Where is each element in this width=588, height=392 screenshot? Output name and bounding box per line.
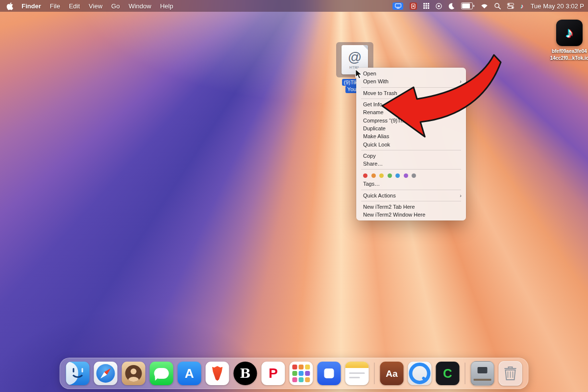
status-circle-icon[interactable] — [436, 3, 442, 9]
menu-item-label: Get Info — [363, 101, 382, 107]
menu-item-label: Quick Look — [363, 142, 390, 147]
menu-item-label: Open With — [363, 78, 389, 84]
dock-finder-icon[interactable] — [66, 362, 90, 385]
tag-color-dot[interactable] — [412, 173, 416, 178]
menu-item-label: New iTerm2 Window Here — [363, 212, 425, 218]
menu-separator — [361, 150, 461, 150]
menu-item-label: Duplicate — [363, 125, 386, 131]
dock-contacts-icon[interactable] — [122, 362, 146, 385]
spotlight-search-icon[interactable] — [494, 3, 501, 9]
menu-item-share[interactable]: Share… — [356, 160, 466, 168]
corner-file-label-line2: 14cc2f0...kTok.ic — [550, 55, 588, 61]
tag-color-dot[interactable] — [395, 173, 400, 178]
menu-item-quick-actions[interactable]: Quick Actions› — [356, 192, 466, 199]
corner-file-label: bfef09aea3fe04 14cc2f0...kTok.ic — [550, 48, 588, 61]
dock-app-store-icon[interactable]: A — [178, 362, 201, 385]
menu-item-quick-look[interactable]: Quick Look — [356, 140, 466, 148]
menubar-item-help[interactable]: Help — [156, 2, 178, 10]
menubar-item-file[interactable]: File — [46, 2, 65, 10]
menu-item-duplicate[interactable]: Duplicate — [356, 124, 466, 132]
dock-brave-icon[interactable] — [206, 362, 229, 385]
dock-messages-icon[interactable] — [150, 362, 173, 385]
menu-item-get-info[interactable]: Get Info — [356, 100, 466, 108]
control-center-icon[interactable] — [507, 3, 514, 9]
dock-black-circle-b-icon[interactable]: B — [234, 362, 257, 385]
menu-item-label: Tags… — [363, 181, 380, 187]
apple-menu-icon[interactable] — [4, 2, 17, 10]
screen-mirroring-icon[interactable] — [392, 2, 403, 10]
dock-pinterest-icon[interactable]: P — [262, 362, 285, 385]
menu-item-new-iterm2-tab-here[interactable]: New iTerm2 Tab Here — [356, 203, 466, 211]
tag-color-dot[interactable] — [388, 173, 392, 178]
dock-separator — [374, 363, 375, 384]
menu-item-label: New iTerm2 Tab Here — [363, 204, 415, 210]
tag-color-row — [356, 171, 466, 180]
submenu-chevron-icon: › — [460, 193, 462, 198]
desktop-file-tiktok-image[interactable]: ♪ bfef09aea3fe04 14cc2f0...kTok.ic — [556, 20, 583, 61]
dock-desktop-preview-icon[interactable] — [471, 362, 494, 385]
context-menu: OpenOpen With›Move to TrashGet InfoRenam… — [356, 68, 466, 220]
tag-color-dot[interactable] — [371, 173, 376, 178]
menu-separator — [361, 87, 461, 88]
menu-item-rename[interactable]: Rename — [356, 108, 466, 116]
menubar-item-window[interactable]: Window — [124, 2, 155, 10]
menu-item-make-alias[interactable]: Make Alias — [356, 132, 466, 140]
submenu-chevron-icon: › — [460, 78, 462, 84]
menu-separator — [361, 169, 461, 170]
menu-item-open[interactable]: Open — [356, 70, 466, 77]
desktop-wallpaper — [0, 0, 588, 392]
tiktok-note-glyph: ♪ — [566, 25, 573, 40]
menu-item-label: Rename — [363, 109, 384, 115]
menu-item-move-to-trash[interactable]: Move to Trash — [356, 89, 466, 97]
menubar-item-finder[interactable]: Finder — [17, 2, 46, 10]
menu-item-compress-9-ti[interactable]: Compress “(9)Ti…” — [356, 116, 466, 124]
menu-item-label: Open — [363, 71, 376, 76]
menubar-clock[interactable]: Tue May 20 3:02 P — [531, 2, 584, 10]
dock: ABPAaC — [60, 358, 529, 389]
wifi-icon[interactable] — [481, 3, 488, 9]
menubar-status-area: ♪Tue May 20 3:02 P — [392, 2, 584, 10]
grid-calendar-icon[interactable] — [423, 3, 429, 9]
menu-item-label: Make Alias — [363, 133, 389, 139]
menu-item-open-with[interactable]: Open With› — [356, 77, 466, 85]
menu-item-label: Quick Actions — [363, 193, 396, 198]
menu-item-new-iterm2-window-here[interactable]: New iTerm2 Window Here — [356, 211, 466, 219]
record-app-icon[interactable] — [410, 2, 417, 10]
menu-item-label: Share… — [363, 161, 383, 167]
dock-safari-icon[interactable] — [94, 362, 118, 385]
menu-separator — [361, 98, 461, 99]
dock-color-grid-icon[interactable] — [290, 362, 313, 385]
menubar-item-go[interactable]: Go — [107, 2, 124, 10]
focus-moon-icon[interactable] — [448, 3, 455, 9]
tag-color-dot[interactable] — [363, 173, 368, 178]
dock-notes-icon[interactable] — [345, 362, 369, 385]
battery-icon[interactable] — [461, 2, 474, 9]
tag-color-dot[interactable] — [404, 173, 408, 178]
menubar-menus: FinderFileEditViewGoWindowHelp — [4, 2, 177, 10]
dock-quicktime-icon[interactable] — [408, 362, 432, 385]
menu-item-label: Move to Trash — [363, 90, 397, 96]
tag-color-dot[interactable] — [379, 173, 384, 178]
menu-item-label: Copy — [363, 153, 376, 159]
menu-separator — [361, 201, 461, 201]
menubar-item-edit[interactable]: Edit — [65, 2, 84, 10]
dock-separator — [465, 363, 466, 384]
menu-separator — [361, 190, 461, 190]
dock-camtasia-icon[interactable]: C — [436, 362, 460, 385]
dock-dictionary-icon[interactable]: Aa — [380, 362, 404, 385]
dock-blue-tile-icon[interactable] — [318, 362, 341, 385]
tiktok-app-icon: ♪ — [556, 20, 583, 46]
tiktok-note-icon[interactable]: ♪ — [520, 3, 524, 9]
corner-file-label-line1: bfef09aea3fe04 — [552, 49, 587, 54]
menu-item-tags[interactable]: Tags… — [356, 180, 466, 188]
menu-bar: FinderFileEditViewGoWindowHelp ♪Tue May … — [0, 0, 588, 12]
at-symbol-glyph: @ — [348, 50, 362, 64]
dock-trash-icon[interactable] — [499, 362, 522, 385]
menubar-item-view[interactable]: View — [84, 2, 107, 10]
menu-item-label: Compress “(9)Ti…” — [363, 118, 409, 123]
menu-item-copy[interactable]: Copy — [356, 152, 466, 160]
